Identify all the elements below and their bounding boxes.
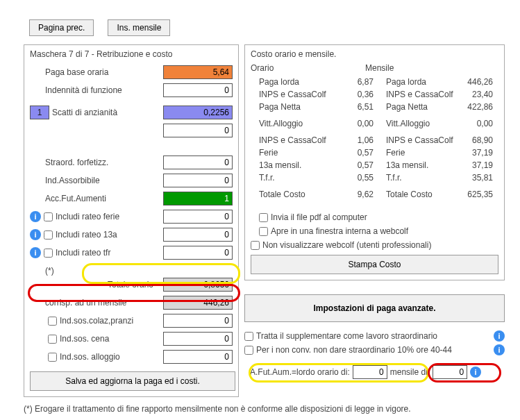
accfut-input[interactable]: [163, 192, 233, 205]
cost-val: 6,87: [335, 77, 374, 87]
mensile-di-input[interactable]: [433, 365, 467, 379]
cost-label: Ferie: [374, 148, 457, 158]
cena-label: Ind.sos. cena: [60, 334, 160, 344]
straord-label: Straord. forfetizz.: [45, 158, 160, 167]
nonconv-checkbox[interactable]: [244, 346, 253, 355]
scatti-label: Scatti di anzianità: [52, 108, 160, 117]
prev-page-button[interactable]: Pagina prec.: [29, 19, 94, 36]
rateo-ferie-label: Includi rateo ferie: [56, 212, 160, 221]
info-icon[interactable]: i: [494, 344, 505, 355]
colaz-input[interactable]: [163, 314, 233, 328]
afut-label: A.Fut.Aum.=lordo orario di:: [250, 367, 350, 377]
scatti-input[interactable]: [163, 106, 233, 119]
indennita-input[interactable]: [163, 83, 233, 97]
accfut-label: Acc.Fut.Aumenti: [45, 194, 160, 203]
cost-label: T.f.r.: [259, 173, 335, 183]
costo-title: Costo orario e mensile.: [251, 49, 498, 59]
cost-label: Paga lorda: [259, 77, 335, 87]
window-label: Apre in una finestra interna a webcolf: [271, 226, 408, 236]
totale-orario-label: Totale orario: [30, 280, 160, 289]
cost-label: Ferie: [259, 148, 335, 158]
cost-label: 13a mensil.: [374, 160, 457, 170]
cost-val: 23,40: [457, 90, 498, 99]
cost-label: INPS e CassaColf: [259, 135, 335, 145]
cost-label: INPS e CassaColf: [374, 135, 457, 145]
nonvis-label: Non visualizzare webcolf (utenti profess…: [262, 240, 431, 250]
cost-val: 68,90: [457, 135, 498, 145]
paga-base-label: Paga base oraria: [45, 67, 160, 77]
cost-label: INPS e CassaColf: [259, 90, 335, 99]
stampa-costo-button[interactable]: Stampa Costo: [251, 255, 498, 274]
info-icon[interactable]: i: [30, 247, 41, 258]
allogg-input[interactable]: [163, 350, 233, 364]
window-checkbox[interactable]: [259, 227, 268, 236]
rateo-ferie-checkbox[interactable]: [44, 212, 53, 221]
cena-input[interactable]: [163, 332, 233, 346]
corrisp-label: corrisp. ad un mensile: [45, 298, 160, 308]
star-note: (*): [45, 266, 233, 276]
save-button[interactable]: Salva ed aggiorna la paga ed i costi.: [30, 371, 235, 391]
nonvis-checkbox[interactable]: [251, 241, 260, 250]
pdf-label: Invia il file pdf al computer: [271, 212, 367, 222]
mensile-di-label: mensile di:: [390, 367, 430, 377]
cost-label: Totale Costo: [259, 190, 335, 199]
cost-val: 422,86: [457, 102, 498, 112]
cost-val: 446,26: [457, 77, 498, 87]
colaz-checkbox[interactable]: [48, 317, 57, 326]
info-icon[interactable]: i: [30, 211, 41, 222]
allogg-checkbox[interactable]: [48, 353, 57, 362]
corrisp-value: [163, 296, 233, 310]
ins-mensile-button[interactable]: Ins. mensile: [108, 19, 170, 36]
pdf-checkbox[interactable]: [259, 213, 268, 222]
assorb-label: Ind.Assorbibile: [45, 176, 160, 185]
retribuzione-panel: Maschera 7 di 7 - Retribuzione e costo P…: [24, 44, 239, 397]
orario-header: Orario: [251, 63, 365, 73]
cena-checkbox[interactable]: [48, 335, 57, 344]
mensile-header: Mensile: [365, 63, 394, 73]
afut-input[interactable]: [353, 365, 387, 379]
nonconv-label: Per i non conv. non dare straordinario 1…: [256, 345, 452, 355]
cost-label: 13a mensil.: [259, 160, 335, 170]
suppl-checkbox[interactable]: [244, 332, 253, 341]
rateo-13a-checkbox[interactable]: [44, 230, 53, 240]
cost-label: INPS e CassaColf: [374, 90, 457, 99]
cost-val: 0,00: [335, 119, 374, 128]
info-icon[interactable]: i: [494, 330, 505, 342]
rateo-tfr-checkbox[interactable]: [44, 249, 53, 258]
paga-base-input[interactable]: [163, 65, 233, 79]
cost-val: 9,62: [335, 190, 374, 199]
rateo-tfr-label: Includi rateo tfr: [56, 248, 160, 258]
info-icon[interactable]: i: [30, 229, 41, 240]
scatti-count-input[interactable]: [30, 106, 49, 119]
assorb-input[interactable]: [163, 174, 233, 187]
blank1-input[interactable]: [163, 124, 233, 137]
cost-label: Paga lorda: [374, 77, 457, 87]
allogg-label: Ind.sos. alloggio: [60, 352, 160, 362]
cost-val: 0,57: [335, 160, 374, 170]
info-icon[interactable]: i: [470, 367, 481, 378]
costo-panel: Costo orario e mensile. Orario Mensile P…: [244, 44, 505, 280]
suppl-label: Tratta il supplementare come lavoro stra…: [256, 331, 437, 341]
rateo-tfr-input[interactable]: [163, 246, 233, 260]
cost-label: Paga Netta: [374, 102, 457, 112]
straord-input[interactable]: [163, 156, 233, 169]
retribuzione-title: Maschera 7 di 7 - Retribuzione e costo: [30, 49, 233, 59]
cost-label: Vitt.Alloggio: [259, 119, 335, 128]
footnote: (*) Erogare il trattamento di fine rappo…: [0, 401, 520, 414]
cost-val: 0,36: [335, 90, 374, 99]
rateo-13a-input[interactable]: [163, 228, 233, 242]
rateo-ferie-input[interactable]: [163, 210, 233, 224]
indennita-label: Indennità di funzione: [45, 85, 160, 95]
cost-label: Vitt.Alloggio: [374, 119, 457, 128]
cost-val: 1,06: [335, 135, 374, 145]
cost-val: 6,51: [335, 102, 374, 112]
cost-label: Totale Costo: [374, 190, 457, 199]
impostazioni-button[interactable]: Impostazioni di paga avanzate.: [244, 294, 505, 322]
cost-val: 0,57: [335, 148, 374, 158]
cost-val: 37,19: [457, 148, 498, 158]
cost-val: 0,55: [335, 173, 374, 183]
colaz-label: Ind.sos.colaz,pranzi: [60, 316, 160, 326]
cost-label: T.f.r.: [374, 173, 457, 183]
cost-label: Paga Netta: [259, 102, 335, 112]
cost-val: 625,35: [457, 190, 498, 199]
